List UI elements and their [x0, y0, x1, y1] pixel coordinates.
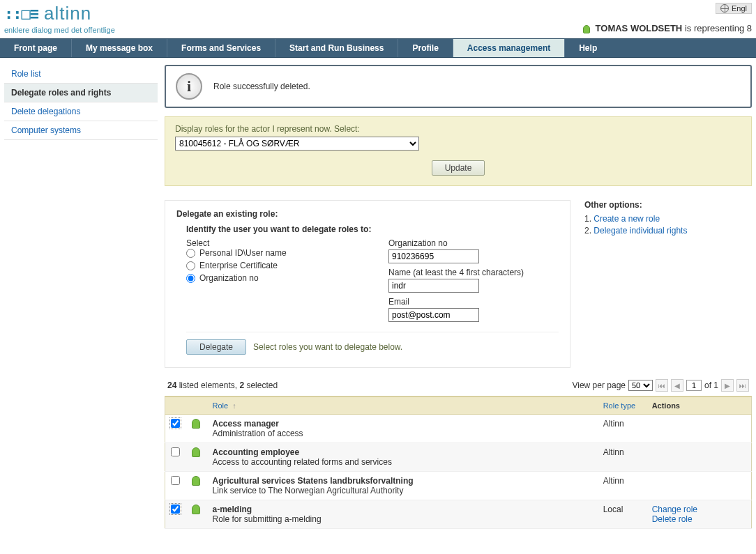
page-of-label: of 1	[704, 380, 718, 390]
nav-item-access-management[interactable]: Access management	[453, 39, 565, 57]
main-nav: Front pageMy message boxForms and Servic…	[0, 38, 756, 58]
sidebar-item-role-list[interactable]: Role list	[4, 65, 158, 84]
delegate-button[interactable]: Delegate	[186, 339, 246, 355]
delegate-section: Delegate an existing role: Identify the …	[165, 200, 570, 368]
sort-asc-icon: ↑	[232, 401, 236, 410]
actor-select-panel: Display roles for the actor I represent …	[165, 116, 752, 186]
last-page-button[interactable]: ⏭	[736, 379, 749, 392]
logo-area: ::□≡ altinn enklere dialog med det offen…	[4, 3, 115, 34]
nav-item-start-and-run-business[interactable]: Start and Run Business	[275, 39, 398, 57]
nav-item-profile[interactable]: Profile	[398, 39, 453, 57]
role-name: a-melding	[213, 505, 592, 514]
user-representing-line: TOMAS WOLDSETH is representing 8	[583, 23, 752, 33]
role-type: Altinn	[598, 472, 647, 500]
other-options: Other options: 1. Create a new role 2. D…	[584, 200, 752, 379]
name-input[interactable]	[388, 279, 479, 293]
nav-item-front-page[interactable]: Front page	[0, 39, 72, 57]
row-checkbox[interactable]	[171, 447, 180, 456]
info-icon: i	[176, 73, 202, 100]
table-row: Accounting employeeAccess to accounting …	[165, 443, 752, 472]
person-icon	[192, 447, 200, 457]
user-icon	[583, 25, 590, 33]
role-desc: Access to accounting related forms and s…	[213, 457, 592, 467]
row-checkbox[interactable]	[171, 419, 180, 428]
person-icon	[192, 505, 200, 514]
col-actions: Actions	[647, 397, 752, 415]
first-page-button[interactable]: ⏮	[656, 379, 668, 392]
name-label: Name (at least the 4 first characters)	[388, 268, 559, 277]
role-desc: Role for submitting a-melding	[213, 514, 592, 524]
delegate-hint: Select roles you want to delegate below.	[253, 342, 402, 352]
page-number-input[interactable]	[686, 380, 702, 391]
sidebar-item-delete-delegations[interactable]: Delete delegations	[4, 102, 158, 121]
identify-radio-0[interactable]	[186, 249, 195, 258]
identify-radio-label-0: Personal ID\User name	[199, 248, 287, 258]
create-role-link[interactable]: Create a new role	[594, 214, 660, 224]
table-row: Agricultural services Statens landbruksf…	[165, 472, 752, 500]
logo-mark: ::□≡	[4, 5, 38, 22]
language-selector[interactable]: Engl	[716, 3, 752, 14]
identify-radio-label-1: Enterprise Certificate	[199, 261, 278, 270]
roles-table: Role↑ Role type Actions Access managerAd…	[165, 396, 752, 529]
options-title: Other options:	[584, 200, 752, 210]
role-name: Accounting employee	[213, 447, 592, 457]
table-row: a-meldingRole for submitting a-meldingLo…	[165, 500, 752, 529]
actor-select[interactable]: 810045612 - FLÅ OG SØRVÆR	[175, 137, 419, 151]
nav-item-forms-and-services[interactable]: Forms and Services	[167, 39, 275, 57]
delegate-title: Delegate an existing role:	[176, 209, 559, 219]
identify-radio-group: Personal ID\User nameEnterprise Certific…	[186, 248, 368, 283]
org-no-input[interactable]	[388, 249, 479, 263]
globe-icon	[720, 4, 729, 13]
role-type: Local	[598, 500, 647, 529]
identify-radio-2[interactable]	[186, 274, 195, 283]
row-checkbox[interactable]	[171, 476, 180, 485]
tagline: enklere dialog med det offentlige	[4, 26, 115, 34]
opt2-prefix: 2.	[584, 226, 594, 236]
per-page-select[interactable]: 50	[628, 380, 653, 391]
sidebar: Role listDelegate roles and rightsDelete…	[4, 65, 158, 529]
delegate-rights-link[interactable]: Delegate individual rights	[594, 226, 687, 236]
role-desc: Administration of access	[213, 429, 592, 438]
nav-item-help[interactable]: Help	[565, 39, 756, 57]
col-role[interactable]: Role↑	[207, 397, 598, 415]
logo-text: altinn	[44, 3, 91, 24]
language-label: Engl	[732, 4, 747, 13]
alert-text: Role successfully deleted.	[213, 82, 310, 91]
row-checkbox[interactable]	[171, 505, 180, 514]
sidebar-item-delegate-roles-and-rights[interactable]: Delegate roles and rights	[4, 84, 158, 102]
select-label: Select	[186, 238, 221, 248]
org-no-label: Organization no	[388, 238, 559, 248]
info-alert: i Role successfully deleted.	[165, 65, 752, 108]
sidebar-item-computer-systems[interactable]: Computer systems	[4, 121, 158, 140]
action-change-role[interactable]: Change role	[652, 505, 746, 514]
next-page-button[interactable]: ▶	[721, 379, 734, 392]
role-name: Access manager	[213, 419, 592, 429]
email-input[interactable]	[388, 308, 479, 322]
role-desc: Link service to The Norwegian Agricultur…	[213, 486, 592, 495]
opt1-prefix: 1.	[584, 214, 594, 224]
identify-label: Identify the user you want to delegate r…	[186, 224, 559, 234]
update-button[interactable]: Update	[432, 160, 485, 176]
actor-select-label: Display roles for the actor I represent …	[175, 124, 360, 134]
nav-item-my-message-box[interactable]: My message box	[72, 39, 167, 57]
prev-page-button[interactable]: ◀	[671, 379, 683, 392]
list-count: 24 listed elements, 2 selected	[167, 380, 278, 390]
col-role-type[interactable]: Role type	[598, 397, 647, 415]
identify-radio-label-2: Organization no	[199, 273, 259, 283]
role-name: Agricultural services Statens landbruksf…	[213, 476, 592, 486]
pager: View per page 50 ⏮ ◀ of 1 ▶ ⏭	[572, 379, 749, 392]
user-suffix: is representing 8	[682, 23, 752, 33]
user-name: TOMAS WOLDSETH	[596, 23, 683, 33]
action-delete-role[interactable]: Delete role	[652, 514, 746, 524]
view-per-page-label: View per page	[572, 380, 626, 390]
role-type: Altinn	[598, 443, 647, 472]
person-icon	[192, 476, 200, 486]
role-type: Altinn	[598, 415, 647, 443]
email-label: Email	[388, 297, 559, 307]
person-icon	[192, 419, 200, 429]
identify-radio-1[interactable]	[186, 261, 195, 270]
table-row: Access managerAdministration of accessAl…	[165, 415, 752, 443]
